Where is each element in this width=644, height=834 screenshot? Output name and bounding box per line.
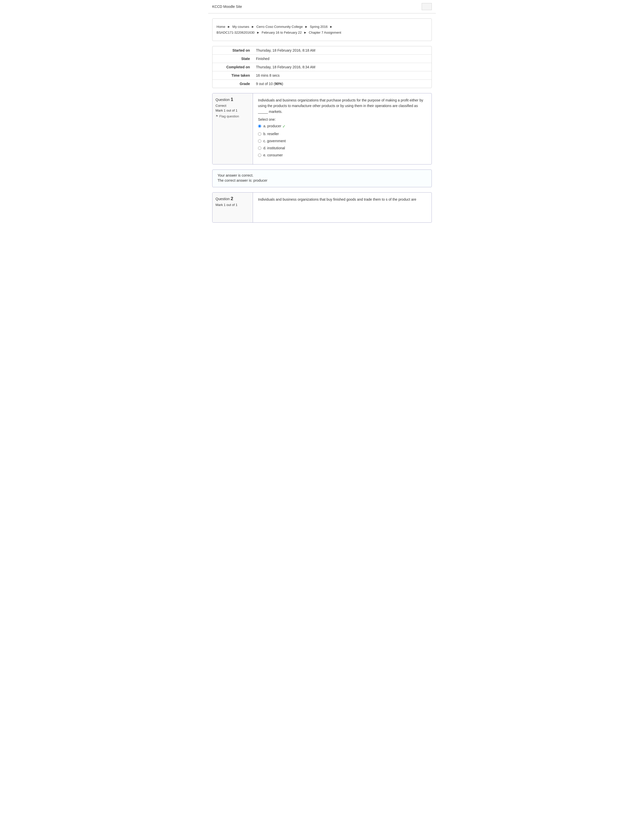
- feedback-1-block: Your answer is correct. The correct answ…: [212, 170, 432, 187]
- summary-grade-value: 9 out of 10 (90%): [253, 79, 431, 88]
- question-1-content: Individuals and business organizations t…: [253, 94, 431, 164]
- feedback-answer-text: The correct answer is: producer: [218, 178, 426, 183]
- option-a-row: a. producer ✓: [258, 124, 426, 129]
- summary-grade-row: Grade 9 out of 10 (90%): [213, 79, 431, 88]
- breadcrumb-arrow-5: ►: [257, 31, 260, 34]
- question-2-content: Individuals and business organizations t…: [253, 192, 431, 222]
- question-2-mark: Mark 1 out of 1: [216, 203, 250, 207]
- option-a-radio[interactable]: [258, 124, 261, 128]
- option-a-label: a. producer: [263, 124, 281, 128]
- option-c-row: c. government: [258, 139, 426, 143]
- flag-icon: ⚑: [216, 115, 218, 118]
- question-2-sidebar: Question 2 Mark 1 out of 1: [213, 192, 253, 222]
- flag-label: Flag question: [219, 115, 239, 118]
- summary-state-label: State: [213, 54, 253, 63]
- breadcrumb-arrow-3: ►: [305, 25, 308, 29]
- summary-timetaken-row: Time taken 16 mins 8 secs: [213, 71, 431, 79]
- question-1-num-bold: 1: [231, 97, 233, 102]
- question-2-number: Question 2: [216, 196, 250, 201]
- summary-completed-value: Thursday, 18 February 2016, 8:34 AM: [253, 63, 431, 71]
- summary-state-value: Finished: [253, 54, 431, 63]
- summary-card: Started on Thursday, 18 February 2016, 8…: [212, 46, 432, 88]
- summary-started-value: Thursday, 18 February 2016, 8:18 AM: [253, 46, 431, 55]
- header-button[interactable]: [422, 3, 432, 10]
- summary-state-row: State Finished: [213, 54, 431, 63]
- summary-completed-row: Completed on Thursday, 18 February 2016,…: [213, 63, 431, 71]
- grade-percent: 90%: [275, 82, 282, 86]
- breadcrumb-mycourses[interactable]: My courses: [232, 25, 249, 29]
- site-title: KCCD Moodle Site: [212, 5, 242, 9]
- breadcrumb: Home ► My courses ► Cerro Coso Community…: [216, 24, 428, 36]
- breadcrumb-card: Home ► My courses ► Cerro Coso Community…: [212, 18, 432, 41]
- breadcrumb-arrow-1: ►: [227, 25, 231, 29]
- feedback-correct-text: Your answer is correct.: [218, 173, 426, 177]
- option-b-radio[interactable]: [258, 133, 261, 136]
- grade-text: 9 out of 10 (90%): [256, 82, 283, 86]
- breadcrumb-arrow-6: ►: [303, 31, 307, 34]
- option-b-row: b. reseller: [258, 132, 426, 136]
- correct-check-icon: ✓: [282, 124, 286, 129]
- site-header: KCCD Moodle Site: [208, 0, 436, 13]
- summary-started-row: Started on Thursday, 18 February 2016, 8…: [213, 46, 431, 55]
- option-e-row: e. consumer: [258, 153, 426, 157]
- select-one-label: Select one:: [258, 117, 426, 121]
- summary-grade-label: Grade: [213, 79, 253, 88]
- question-2-num-bold: 2: [231, 196, 233, 201]
- option-d-row: d. institutional: [258, 146, 426, 150]
- summary-started-label: Started on: [213, 46, 253, 55]
- question-1-flag[interactable]: ⚑ Flag question: [216, 115, 250, 118]
- breadcrumb-home[interactable]: Home: [216, 25, 225, 29]
- breadcrumb-assignment[interactable]: Chapter 7 Assignment: [309, 31, 341, 34]
- summary-timetaken-value: 16 mins 8 secs: [253, 71, 431, 79]
- option-e-label: e. consumer: [263, 153, 283, 157]
- breadcrumb-arrow-2: ►: [251, 25, 255, 29]
- question-1-sidebar: Question 1 Correct Mark 1 out of 1 ⚑ Fla…: [213, 94, 253, 164]
- breadcrumb-week[interactable]: February 16 to February 22: [261, 31, 302, 34]
- summary-table: Started on Thursday, 18 February 2016, 8…: [213, 46, 431, 88]
- question-1-mark: Mark 1 out of 1: [216, 108, 250, 112]
- breadcrumb-course[interactable]: BSADC171-32206201630: [216, 31, 255, 34]
- question-1-number: Question 1: [216, 97, 250, 102]
- breadcrumb-spring[interactable]: Spring 2016: [310, 25, 328, 29]
- option-c-label: c. government: [263, 139, 286, 143]
- option-d-radio[interactable]: [258, 147, 261, 150]
- summary-timetaken-label: Time taken: [213, 71, 253, 79]
- question-1-block: Question 1 Correct Mark 1 out of 1 ⚑ Fla…: [212, 93, 432, 165]
- question-2-text: Individuals and business organizations t…: [258, 197, 426, 202]
- option-c-radio[interactable]: [258, 139, 261, 143]
- breadcrumb-college[interactable]: Cerro Coso Community College: [256, 25, 303, 29]
- question-1-status: Correct: [216, 104, 250, 108]
- option-d-label: d. institutional: [263, 146, 285, 150]
- option-b-label: b. reseller: [263, 132, 279, 136]
- summary-completed-label: Completed on: [213, 63, 253, 71]
- question-1-text: Individuals and business organizations t…: [258, 97, 426, 115]
- question-2-block: Question 2 Mark 1 out of 1 Individuals a…: [212, 192, 432, 223]
- breadcrumb-arrow-4: ►: [329, 25, 333, 29]
- option-e-radio[interactable]: [258, 154, 261, 157]
